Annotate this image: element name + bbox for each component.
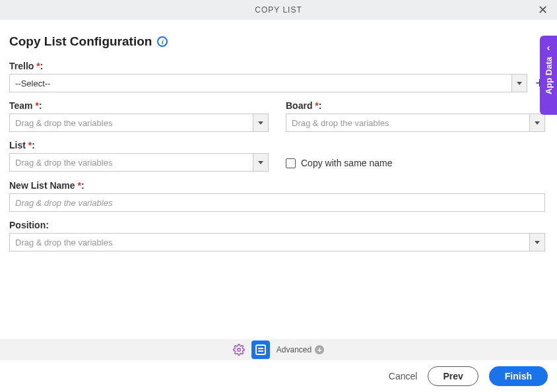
app-data-label: App Data: [544, 57, 554, 94]
team-placeholder: Drag & drop the variables: [9, 114, 253, 132]
close-icon[interactable]: ✕: [538, 4, 548, 16]
row-trello: Trello *: --Select-- +: [9, 61, 545, 92]
position-select[interactable]: Drag & drop the variables: [9, 233, 545, 251]
row-team-board: Team *: Drag & drop the variables Board …: [9, 100, 545, 132]
chevron-down-icon[interactable]: [529, 114, 545, 132]
chevron-down-icon[interactable]: [253, 114, 269, 132]
chevron-down-icon[interactable]: [511, 74, 527, 92]
label-team: Team *:: [9, 100, 269, 111]
label-new-list-name: New List Name *:: [9, 180, 545, 191]
form-content: Copy List Configuration i Trello *: --Se…: [0, 20, 557, 266]
copy-same-name-checkbox[interactable]: [286, 158, 296, 168]
gear-icon[interactable]: [233, 344, 245, 356]
board-select[interactable]: Drag & drop the variables: [286, 114, 545, 132]
label-trello: Trello *:: [9, 61, 545, 71]
prev-button[interactable]: Prev: [428, 366, 478, 386]
form-view-button[interactable]: [251, 341, 270, 359]
bottom-toolbar: Advanced +: [0, 339, 557, 360]
svg-point-0: [238, 348, 241, 352]
finish-button[interactable]: Finish: [489, 366, 548, 386]
board-placeholder: Drag & drop the variables: [286, 114, 529, 132]
trello-select[interactable]: --Select--: [9, 74, 527, 92]
page-title: Copy List Configuration: [9, 34, 152, 49]
row-position: Position: Drag & drop the variables: [9, 220, 545, 251]
dialog-header: COPY LIST ✕: [0, 0, 557, 20]
advanced-toggle[interactable]: Advanced +: [277, 345, 324, 354]
list-placeholder: Drag & drop the variables: [9, 153, 253, 172]
copy-same-name-row: Copy with same name: [286, 154, 545, 172]
copy-same-name-label: Copy with same name: [301, 158, 393, 168]
page-title-row: Copy List Configuration i: [9, 34, 545, 49]
trello-select-value: --Select--: [9, 74, 511, 92]
app-data-side-tab[interactable]: ‹ App Data: [540, 36, 557, 115]
row-list-copy: List *: Drag & drop the variables Copy w…: [9, 140, 545, 172]
label-list: List *:: [9, 140, 269, 150]
label-position: Position:: [9, 220, 545, 230]
plus-circle-icon: +: [315, 345, 324, 354]
cancel-button[interactable]: Cancel: [389, 371, 418, 381]
chevron-down-icon[interactable]: [529, 233, 545, 251]
row-new-list-name: New List Name *:: [9, 180, 545, 212]
new-list-name-input[interactable]: [9, 193, 545, 212]
team-select[interactable]: Drag & drop the variables: [9, 114, 269, 132]
label-board: Board *:: [286, 100, 545, 111]
list-select[interactable]: Drag & drop the variables: [9, 153, 269, 172]
chevron-down-icon[interactable]: [253, 153, 269, 172]
form-view-icon: [255, 344, 266, 355]
info-icon[interactable]: i: [157, 36, 168, 47]
dialog-title: COPY LIST: [255, 5, 302, 15]
position-placeholder: Drag & drop the variables: [9, 233, 529, 251]
footer-actions: Cancel Prev Finish: [0, 360, 557, 392]
chevron-left-icon: ‹: [547, 42, 550, 53]
